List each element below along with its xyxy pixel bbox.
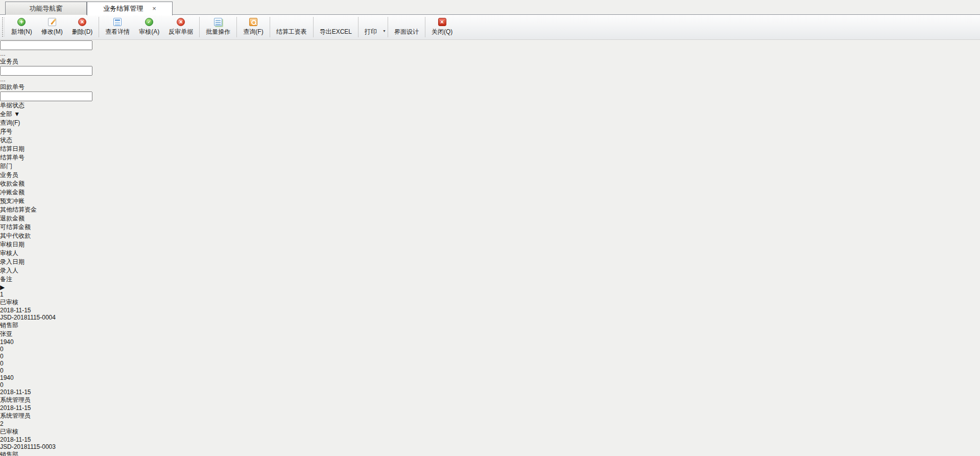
close-icon (438, 18, 446, 26)
selected-row-arrow-icon: ▶ (0, 284, 5, 291)
toolbar-button-label: 删除(D) (72, 28, 93, 36)
toolbar-button-label: 结算工资表 (276, 28, 307, 36)
toolbar-separator (388, 17, 388, 37)
cell-amount: 1940 (0, 338, 45, 346)
column-header-dept[interactable]: 部门 (0, 162, 51, 171)
cell-entry_by: 系统管理员 (0, 412, 42, 420)
toolbar-button-export-excel[interactable]: 导出EXCEL (315, 16, 356, 38)
doc-status-value: 全部 (0, 110, 12, 118)
receipt-no-label: 回款单号 (0, 83, 25, 90)
status-text: 已审核 (0, 428, 18, 435)
column-header-other[interactable]: 其他结算资金 (0, 206, 41, 214)
tab-close-icon[interactable]: × (152, 2, 156, 15)
toolbar-separator (313, 17, 314, 37)
view-details-icon (113, 18, 122, 26)
toolbar-button-label: 查看详情 (105, 28, 130, 36)
column-header-entry_date[interactable]: 录入日期 (0, 258, 42, 266)
column-header-seq[interactable]: 序号 (0, 127, 19, 136)
column-header-refund[interactable]: 退款金额 (0, 214, 38, 223)
status-text: 已审核 (0, 299, 18, 306)
toolbar-button-audit-check[interactable]: 审核(A) (134, 16, 164, 38)
column-header-settleable[interactable]: 可结算金额 (0, 223, 43, 232)
column-header-audit_date[interactable]: 审核日期 (0, 240, 46, 249)
receipt-no-field (0, 92, 56, 101)
salesman-input[interactable] (0, 66, 92, 76)
column-header-settle_date[interactable]: 结算日期 (0, 145, 45, 153)
row-selector-cell: ▶ (0, 284, 10, 291)
toolbar-button-edit[interactable]: 修改(M) (37, 16, 67, 38)
tab-label: 功能导航窗 (30, 5, 63, 12)
delete-icon (78, 18, 86, 26)
toolbar-separator (270, 17, 270, 37)
query-button-label: 查询(F) (0, 119, 20, 126)
chevron-down-icon[interactable]: ▼ (383, 22, 386, 33)
column-header-doc_no[interactable]: 结算单号 (0, 153, 65, 162)
cell-collect: 0 (0, 381, 43, 389)
salesman-label: 业务员 (0, 58, 18, 65)
print-icon (367, 18, 375, 26)
toolbar-button-label: 查询(F) (243, 28, 263, 36)
toolbar-separator (358, 17, 358, 37)
chevron-down-icon[interactable]: ▼ (14, 110, 20, 118)
toolbar-grip-handle[interactable] (2, 17, 5, 37)
cell-audit_date: 2018-11-15 (0, 389, 46, 396)
toolbar-button-view-details[interactable]: 查看详情 (101, 16, 134, 38)
cell-refund: 0 (0, 367, 38, 374)
tab-bar: 功能导航窗 业务结算管理× (0, 0, 980, 15)
column-header-advance[interactable]: 预支冲账 (0, 197, 38, 206)
toolbar-button-print[interactable]: 打印 (360, 16, 381, 38)
settlement-table: 序号状态结算日期结算单号部门业务员收款金额冲账金额预支冲账其他结算资金退款金额可… (0, 127, 980, 456)
tab-function-navigation[interactable]: 功能导航窗 (5, 2, 87, 15)
dept-input[interactable] (0, 40, 92, 50)
column-header-collect[interactable]: 其中代收款 (0, 232, 43, 240)
doc-status-label: 单据状态 (0, 102, 25, 109)
toolbar-button-ui-design[interactable]: 界面设计 (390, 16, 423, 38)
table-row[interactable]: 2已审核2018-11-15JSD-20181115-0003销售部张亚2760… (0, 420, 980, 456)
cell-other: 0 (0, 360, 41, 367)
column-header-salesman[interactable]: 业务员 (0, 171, 44, 179)
toolbar-separator (99, 17, 99, 37)
toolbar-button-unaudit[interactable]: 反审单据 (164, 16, 198, 38)
toolbar-button-delete[interactable]: 删除(D) (67, 16, 98, 38)
cell-doc_no: JSD-20181115-0003 (0, 443, 65, 450)
toolbar-separator (199, 17, 200, 37)
column-header-entry_by[interactable]: 录入人 (0, 266, 42, 275)
ellipsis-lookup-icon[interactable]: … (0, 76, 6, 82)
cell-seq: 1 (0, 291, 19, 298)
cell-advance: 0 (0, 353, 38, 360)
toolbar-button-payroll-sheet[interactable]: 结算工资表 (272, 16, 312, 38)
toolbar-button-batch-operation[interactable]: 批量操作 (201, 16, 235, 38)
column-header-remark[interactable]: 备注 (0, 275, 50, 284)
cell-seq: 2 (0, 420, 19, 427)
table-row[interactable]: ▶1已审核2018-11-15JSD-20181115-0004销售部张亚194… (0, 284, 980, 420)
ellipsis-lookup-icon[interactable]: … (0, 51, 6, 57)
toolbar-button-label: 批量操作 (206, 28, 230, 36)
column-header-amount[interactable]: 收款金额 (0, 179, 45, 188)
cell-salesman: 张亚 (0, 330, 44, 338)
cell-auditor: 系统管理员 (0, 396, 42, 404)
tab-label: 业务结算管理 (103, 5, 143, 12)
toolbar-button-label: 新增(N) (11, 28, 32, 36)
toolbar-separator (425, 17, 425, 37)
toolbar-button-close[interactable]: 关闭(Q) (427, 16, 457, 38)
doc-status-combo[interactable]: 全部 ▼ (0, 110, 33, 119)
toolbar-button-label: 审核(A) (139, 28, 159, 36)
ui-design-icon (402, 18, 411, 26)
toolbar-button-search[interactable]: 查询(F) (238, 16, 268, 38)
toolbar-button-label: 界面设计 (394, 28, 419, 36)
cell-doc_no: JSD-20181115-0004 (0, 314, 65, 321)
tab-business-settlement[interactable]: 业务结算管理× (87, 2, 173, 15)
column-header-auditor[interactable]: 审核人 (0, 249, 42, 258)
toolbar-button-label: 修改(M) (41, 28, 63, 36)
query-button[interactable]: 查询(F) (0, 119, 980, 127)
table-header-row: 序号状态结算日期结算单号部门业务员收款金额冲账金额预支冲账其他结算资金退款金额可… (0, 127, 980, 284)
receipt-no-input[interactable] (0, 92, 92, 101)
edit-icon (48, 18, 56, 26)
column-header-status[interactable]: 状态 (0, 136, 36, 145)
payroll-sheet-icon (288, 18, 296, 26)
search-icon (249, 18, 257, 26)
column-header-offset[interactable]: 冲账金额 (0, 188, 41, 197)
toolbar-button-add[interactable]: 新增(N) (7, 16, 37, 38)
cell-dept: 销售部 (0, 450, 51, 456)
toolbar-button-label: 反审单据 (169, 28, 193, 36)
